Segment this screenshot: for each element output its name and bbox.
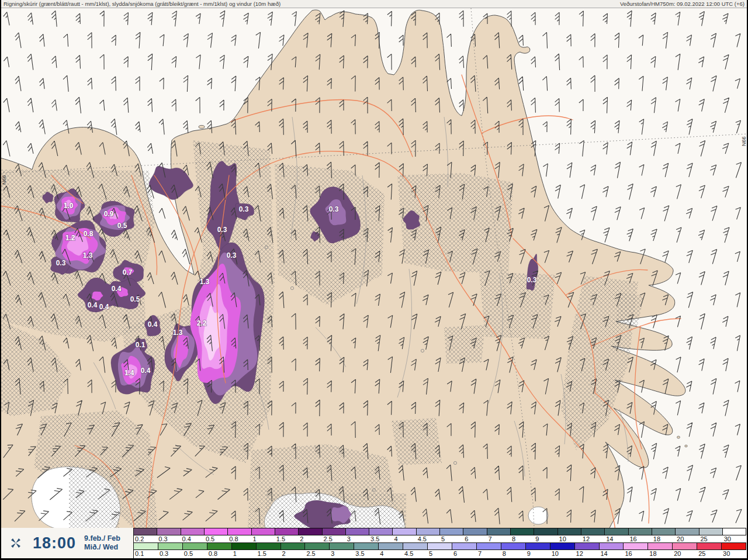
precip-amount-label: 0.3: [329, 205, 339, 213]
model-run-info: Veðurstofan/HM750m: 09.02.2022 12:00 UTC…: [620, 1, 744, 7]
legend-color-cell: [501, 543, 526, 549]
legend-tick-label: 30: [723, 550, 730, 557]
legend-tick-label: 14: [600, 550, 607, 557]
legend-color-cell: [346, 528, 369, 535]
legend-tick-label: 3: [347, 535, 351, 542]
precip-amount-label: 0.3: [239, 205, 249, 213]
legend-tick-label: 0.3: [160, 550, 168, 557]
valid-date-line1: 9.feb./ Feb: [84, 534, 120, 543]
legend-color-cell: [534, 528, 557, 535]
precip-amount-label: 0.1: [136, 341, 146, 349]
precip-amount-label: 0.9: [104, 210, 114, 218]
legend-tick-label: 1: [233, 550, 237, 557]
precip-amount-label: 0.4: [99, 303, 109, 311]
legend-color-cell: [699, 528, 723, 535]
legend-color-cell: [369, 528, 393, 535]
legend-tick-label: 20: [674, 550, 681, 557]
legend-tick-label: 9: [535, 535, 539, 542]
legend-color-cell: [205, 528, 228, 535]
legend-tick-label: 9: [527, 550, 531, 557]
legend-tick-label: 20: [677, 535, 684, 542]
legend-tick-label: 12: [583, 535, 590, 542]
legend-color-cell: [157, 528, 181, 535]
legend-color-cell: [575, 543, 600, 549]
compass-rose-icon: [9, 537, 22, 549]
legend-tick-label: 0.8: [209, 550, 217, 557]
legend-color-cell: [648, 543, 673, 549]
precip-amount-label: 0.4: [141, 367, 151, 375]
legend-tick-label: 5: [429, 550, 432, 557]
legend-tick-label: 0.5: [184, 550, 193, 557]
legend-tick-label: 18: [653, 535, 660, 542]
precip-amount-label: 0.7: [123, 268, 133, 276]
legend-color-cell: [232, 543, 257, 549]
legend-color-cell: [417, 528, 440, 535]
legend-color-cell: [673, 543, 697, 549]
precip-amount-label: 1.2: [65, 234, 75, 242]
legend-color-cell: [323, 528, 346, 535]
precip-amount-label: 1.3: [173, 329, 183, 337]
legend-color-cell: [330, 543, 354, 549]
legend-tick-label: 25: [700, 535, 707, 542]
legend-tick-label: 2: [282, 550, 286, 557]
latitude-label-right: N66: [741, 136, 747, 146]
legend-tick-label: 5: [441, 535, 445, 542]
legend-tick-label: 16: [625, 550, 632, 557]
valid-date: 9.feb./ Feb Mið./ Wed: [84, 534, 120, 552]
legend-color-cell: [629, 528, 652, 535]
legend-color-cell: [181, 528, 205, 535]
legend-color-cell: [299, 528, 322, 535]
map-legend-description: Rigning/skúrir (grænt/blátt/rautt - mm/1…: [4, 1, 280, 7]
legend-tick-label: 1.5: [258, 550, 266, 557]
valid-time: 18:00: [33, 534, 76, 552]
rain-color-scale: [134, 542, 746, 550]
legend-tick-label: 4.5: [404, 550, 413, 557]
precip-amount-label: 0.4: [112, 285, 122, 293]
legend-tick-label: 18: [649, 550, 656, 557]
legend-tick-label: 14: [606, 535, 613, 542]
valid-time-box: 18:00 9.feb./ Feb Mið./ Wed: [1, 528, 133, 558]
legend-color-cell: [697, 543, 722, 549]
legend-tick-label: 3.5: [355, 550, 364, 557]
legend-color-cell: [134, 543, 158, 549]
rain-scale-labels: 0.10.30.50.811.522.533.544.5567891012141…: [134, 550, 746, 557]
legend-color-cell: [600, 543, 624, 549]
legend-tick-label: 0.8: [229, 535, 238, 542]
precip-amount-label: 1.0: [64, 202, 74, 210]
precip-amount-label: 0.4: [148, 320, 158, 329]
legend-color-cell: [379, 543, 403, 549]
precip-amount-label: 0.3: [527, 276, 537, 284]
legend-tick-label: 0.2: [135, 535, 144, 542]
legend-color-cell: [558, 528, 581, 535]
valid-date-line2: Mið./ Wed: [84, 543, 120, 552]
latitude-label-left: N66: [1, 175, 7, 185]
legend-tick-label: 3.5: [370, 535, 379, 542]
legend-color-cell: [487, 528, 511, 535]
legend-tick-label: 0.1: [135, 550, 144, 557]
legend-color-cell: [477, 543, 501, 549]
precip-amount-label: 0.5: [130, 295, 140, 303]
snow-scale-labels: 0.20.30.40.50.811.522.533.544.5567891012…: [134, 535, 746, 542]
precip-amount-label: 1.4: [124, 369, 134, 377]
legend-color-cell: [393, 528, 416, 535]
precip-amount-label: 1.3: [200, 278, 210, 286]
legend-color-cell: [440, 528, 463, 535]
legend-color-cell: [354, 543, 379, 549]
legend-color-cell: [723, 528, 746, 535]
legend-color-cell: [158, 543, 183, 549]
legend-tick-label: 25: [698, 550, 705, 557]
map-title-bar: Rigning/skúrir (grænt/blátt/rautt - mm/1…: [0, 0, 748, 8]
legend-color-cell: [676, 528, 699, 535]
legend-color-cell: [281, 543, 306, 549]
legend-tick-label: 2.5: [306, 550, 315, 557]
legend-color-cell: [605, 528, 628, 535]
legend-tick-label: 0.4: [182, 535, 191, 542]
legend-tick-label: 8: [503, 550, 506, 557]
legend-color-cell: [228, 528, 251, 535]
legend-tick-label: 8: [512, 535, 515, 542]
legend-tick-label: 6: [453, 550, 457, 557]
precip-amount-label: 0.4: [88, 301, 98, 309]
legend-color-cell: [511, 528, 534, 535]
legend-color-cell: [428, 543, 452, 549]
forecast-map: N66 N66: [0, 0, 748, 560]
